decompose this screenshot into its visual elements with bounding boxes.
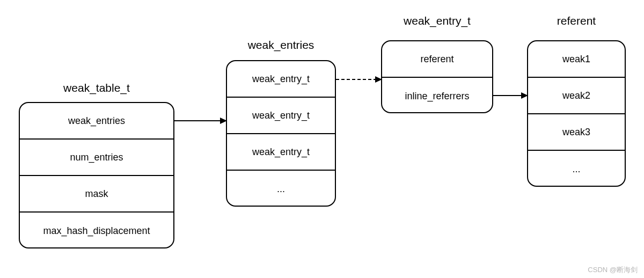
arrow-entry-t-to-referent [493,90,528,101]
referent-box: weak1 weak2 weak3 ... [527,40,626,187]
weak-entry-t-row: inline_referrers [382,78,492,113]
weak-entry-t-box: referent inline_referrers [381,40,493,113]
referent-row: weak3 [528,114,625,151]
arrow-entries-to-entry-t [336,74,382,85]
weak-table-t-title: weak_table_t [19,82,174,94]
weak-entries-row: weak_entry_t [227,98,335,134]
weak-entry-t-title: weak_entry_t [381,14,493,27]
referent-row: weak1 [528,41,625,78]
referent-title: referent [527,14,626,27]
weak-entries-row: ... [227,171,335,207]
arrow-weak-table-to-entries [174,115,227,126]
weak-table-t-row: weak_entries [20,103,173,140]
watermark: CSDN @断海剑 [588,265,638,275]
weak-entries-box: weak_entry_t weak_entry_t weak_entry_t .… [226,60,336,207]
weak-table-t-row: max_hash_displacement [20,213,173,248]
weak-entries-title: weak_entries [226,39,336,52]
weak-entries-row: weak_entry_t [227,61,335,98]
referent-row: ... [528,151,625,187]
weak-table-t-row: mask [20,176,173,213]
weak-table-t-box: weak_entries num_entries mask max_hash_d… [19,102,174,248]
weak-entries-row: weak_entry_t [227,134,335,171]
referent-row: weak2 [528,78,625,114]
weak-table-t-row: num_entries [20,140,173,176]
weak-entry-t-row: referent [382,41,492,78]
